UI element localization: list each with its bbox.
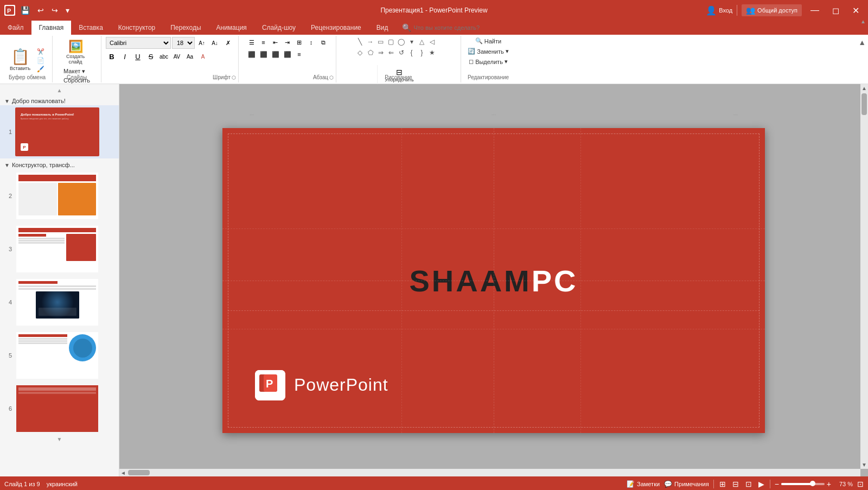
font-size-selector[interactable]: 18 [172, 37, 195, 49]
fit-to-window-button[interactable]: ⊡ [857, 480, 864, 488]
customize-button[interactable]: ▾ [63, 5, 72, 16]
scroll-thumb-h[interactable] [128, 470, 150, 475]
copy-button[interactable]: 📄 [35, 56, 48, 65]
slide-item-1[interactable]: 1 Добро пожаловать в PowerPoint! Краткое… [0, 105, 119, 158]
share-button[interactable]: 👥 Общий доступ [742, 4, 802, 16]
font-color-button[interactable]: A [197, 50, 209, 62]
new-slide-button[interactable]: 🖼️ Создатьслайд [61, 37, 90, 67]
pentagon-shape[interactable]: ⬠ [366, 48, 375, 58]
align-center-button[interactable]: ⬛ [258, 49, 269, 60]
scroll-down-button[interactable]: ▼ [0, 435, 119, 443]
tab-transitions[interactable]: Переходы [163, 21, 208, 35]
font-expand-button[interactable]: Шрифт ⬡ [213, 74, 236, 80]
tab-animations[interactable]: Анимация [209, 21, 254, 35]
comments-button[interactable]: 💬 Примечания [664, 480, 709, 488]
slide-item-4[interactable]: 4 [0, 276, 119, 329]
format-painter-button[interactable]: 🖌️ [35, 65, 48, 73]
decrease-indent-button[interactable]: ⇤ [270, 37, 281, 48]
ribbon-expand-button[interactable]: ▲ [858, 36, 866, 82]
tab-home[interactable]: Главная [31, 21, 72, 35]
increase-indent-button[interactable]: ⇥ [282, 37, 293, 48]
paste-button[interactable]: 📋 Вставить [7, 43, 34, 75]
tab-slideshow[interactable]: Слайд-шоу [254, 21, 303, 35]
zoom-slider-thumb[interactable] [810, 481, 815, 486]
select-button[interactable]: ◻ Выделить ▾ [467, 58, 510, 66]
collapse-arrow-1[interactable]: ▼ [4, 98, 10, 104]
normal-view-button[interactable]: ⊞ [718, 479, 727, 489]
find-button[interactable]: 🔍 Найти [473, 37, 503, 45]
round-rect-shape[interactable]: ▢ [386, 37, 396, 47]
zoom-in-button[interactable]: + [827, 480, 831, 488]
case-button[interactable]: Aa [184, 50, 196, 62]
strikethrough-button[interactable]: S [145, 50, 157, 62]
align-right-button[interactable]: ⬛ [270, 49, 281, 60]
underline-button[interactable]: U [132, 50, 144, 62]
column-button[interactable]: ⊞ [294, 37, 305, 48]
bullet-list-button[interactable]: ☰ [246, 37, 257, 48]
zoom-slider[interactable] [781, 483, 825, 485]
undo-button[interactable]: ↩ [35, 5, 46, 16]
redo-button[interactable]: ↪ [49, 5, 60, 16]
circle-shape[interactable]: ◯ [397, 37, 406, 47]
slide-title[interactable]: SHAAMPC [409, 263, 578, 298]
rtriangle-shape[interactable]: ◁ [427, 37, 437, 47]
justify-button[interactable]: ⬛ [282, 49, 293, 60]
vertical-scrollbar[interactable]: ▲ ▼ [860, 84, 868, 469]
italic-button[interactable]: I [119, 50, 131, 62]
slide-item-2[interactable]: 2 [0, 169, 119, 222]
rect-shape[interactable]: ▭ [376, 37, 386, 47]
star-shape[interactable]: ★ [427, 48, 437, 58]
paragraph-expand-button[interactable]: Абзац ⬡ [313, 74, 334, 80]
clear-format-button[interactable]: ✗ [222, 37, 234, 49]
decrease-font-button[interactable]: A↓ [209, 37, 221, 49]
more-shapes[interactable]: ▾ [407, 37, 417, 47]
triangle-shape[interactable]: △ [417, 37, 427, 47]
tab-file[interactable]: Файл [0, 21, 31, 35]
bold-button[interactable]: B [106, 50, 118, 62]
scroll-down-arrow[interactable]: ▼ [860, 461, 868, 469]
tab-design[interactable]: Конструктор [111, 21, 163, 35]
increase-font-button[interactable]: A↑ [196, 37, 208, 49]
replace-button[interactable]: 🔄 Заменить ▾ [465, 47, 510, 55]
slide-item-5[interactable]: 5 [0, 329, 119, 382]
text-direction-button[interactable]: ↕ [306, 37, 317, 48]
login-button[interactable]: 👤 Вход [706, 5, 732, 16]
scroll-up-button[interactable]: ▲ [0, 86, 119, 94]
reading-view-button[interactable]: ⊡ [744, 479, 753, 489]
arrow-u-shape[interactable]: ↺ [397, 48, 406, 58]
diamond-shape[interactable]: ◇ [355, 48, 365, 58]
collapse-arrow-2[interactable]: ▼ [4, 162, 10, 168]
cut-button[interactable]: ✂️ [35, 48, 48, 56]
char-spacing-button[interactable]: AV [171, 50, 183, 62]
arrow-shape[interactable]: → [366, 37, 375, 47]
line-shape[interactable]: ╲ [355, 37, 365, 47]
brace-shape[interactable]: } [417, 48, 427, 58]
tab-insert[interactable]: Вставка [71, 21, 111, 35]
arrow-l-shape[interactable]: ⇐ [386, 48, 396, 58]
slide-container[interactable]: ··· ··· ··· SHAAMPC [222, 128, 765, 433]
restore-button[interactable]: ◻ [828, 0, 844, 21]
slide-item-3[interactable]: 3 [0, 222, 119, 276]
arrow-r-shape[interactable]: ⇒ [376, 48, 386, 58]
scroll-left-arrow[interactable]: ◄ [119, 469, 127, 477]
slide-sorter-button[interactable]: ⊟ [731, 479, 740, 489]
smartart-convert-button[interactable]: ⧉ [318, 37, 329, 48]
slideshow-button[interactable]: ▶ [757, 479, 765, 489]
line-spacing-button[interactable]: ≡ [294, 49, 305, 60]
zoom-out-button[interactable]: − [775, 480, 779, 488]
scroll-up-arrow[interactable]: ▲ [860, 84, 868, 92]
numbered-list-button[interactable]: ≡ [258, 37, 269, 48]
scroll-thumb-v[interactable] [861, 93, 867, 115]
shadow-button[interactable]: abc [158, 50, 170, 62]
close-button[interactable]: ✕ [848, 0, 864, 21]
minimize-button[interactable]: — [806, 0, 824, 21]
notes-button[interactable]: 📝 Заметки [627, 480, 660, 488]
font-family-selector[interactable]: Calibri [106, 37, 171, 49]
tab-view[interactable]: Вид [369, 21, 396, 35]
tab-review[interactable]: Рецензирование [303, 21, 369, 35]
save-button[interactable]: 💾 [18, 5, 32, 16]
search-input[interactable] [413, 24, 500, 31]
bracket-shape[interactable]: { [407, 48, 417, 58]
horizontal-scrollbar[interactable]: ◄ [119, 469, 860, 476]
align-left-button[interactable]: ⬛ [246, 49, 257, 60]
